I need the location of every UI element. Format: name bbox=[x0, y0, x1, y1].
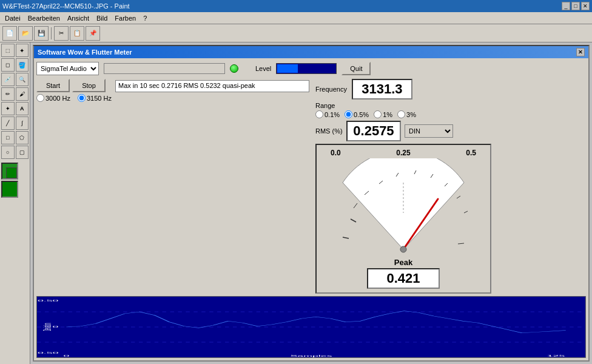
gauge-left-label: 0.0 bbox=[331, 149, 341, 157]
poly-tool[interactable]: ⬠ bbox=[16, 131, 29, 144]
minimize-button[interactable]: _ bbox=[562, 2, 570, 10]
gauge-svg bbox=[331, 158, 476, 255]
status-display: Max in 10 sec 0.2716 RMS 0.5232 quasi-pe… bbox=[115, 80, 309, 92]
radio-3000hz-label: 3000 Hz bbox=[45, 95, 70, 102]
pencil-tool[interactable]: ✏ bbox=[1, 87, 15, 101]
start-stop-buttons: Start Stop bbox=[36, 79, 112, 92]
curve-tool[interactable]: ∫ bbox=[16, 116, 29, 130]
radio-3000hz[interactable]: 3000 Hz bbox=[36, 94, 70, 102]
gauge-center-label: 0.25 bbox=[396, 149, 410, 157]
inner-close-button[interactable]: ✕ bbox=[576, 48, 585, 56]
menu-datei[interactable]: Datei bbox=[1, 13, 24, 23]
body-row: Deviation 0.50 0 -0.50 0 125 Samples bbox=[36, 296, 586, 358]
din-select[interactable]: DIN bbox=[405, 124, 453, 138]
maximize-button[interactable]: □ bbox=[571, 2, 580, 10]
paste-button[interactable]: 📌 bbox=[86, 26, 100, 41]
frequency-row: Frequency 3131.3 bbox=[315, 79, 491, 99]
range-01[interactable]: 0.1% bbox=[315, 110, 340, 118]
round-rect-tool[interactable]: ▢ bbox=[16, 146, 29, 159]
start-button[interactable]: Start bbox=[36, 79, 70, 92]
frequency-display: 3131.3 bbox=[352, 79, 412, 99]
menubar: Datei Bearbeiten Ansicht Bild Farben ? bbox=[0, 12, 592, 24]
svg-text:Deviation: Deviation bbox=[41, 323, 53, 331]
range-label: Range bbox=[315, 102, 491, 109]
menu-farben[interactable]: Farben bbox=[111, 13, 140, 23]
peak-label: Peak bbox=[394, 258, 412, 267]
inner-title: Software Wow & Flutter Meter bbox=[38, 49, 132, 56]
menu-bearbeiten[interactable]: Bearbeiten bbox=[24, 13, 64, 23]
gauge-labels: 0.0 0.25 0.5 bbox=[331, 149, 476, 157]
svg-line-2 bbox=[458, 243, 464, 244]
svg-text:0.50: 0.50 bbox=[38, 300, 59, 302]
inner-window: Software Wow & Flutter Meter ✕ SigmaTel … bbox=[33, 45, 590, 362]
toolbar-divider bbox=[51, 27, 52, 39]
copy-button[interactable]: 📋 bbox=[70, 26, 84, 41]
activity-led bbox=[230, 64, 238, 73]
save-button[interactable]: 💾 bbox=[34, 26, 49, 41]
lasso-tool[interactable]: ✦ bbox=[16, 44, 29, 57]
svg-line-1 bbox=[343, 237, 349, 238]
frequency-label: Frequency bbox=[315, 86, 347, 93]
eraser-tool[interactable]: ◻ bbox=[1, 58, 15, 72]
menu-ansicht[interactable]: Ansicht bbox=[64, 13, 93, 23]
text-tool[interactable]: A bbox=[16, 102, 29, 115]
level-bar bbox=[276, 63, 337, 74]
svg-text:0: 0 bbox=[63, 355, 69, 357]
main-container: ⬚ ✦ ◻ 🪣 💉 🔍 ✏ 🖌 ✦ A ╱ ∫ □ ⬠ ○ ▢ bbox=[0, 42, 592, 364]
toolbar: 📄 📂 💾 ✂ 📋 📌 bbox=[0, 24, 592, 42]
stop-button[interactable]: Stop bbox=[72, 79, 106, 92]
svg-text:-0.50: -0.50 bbox=[37, 352, 59, 355]
svg-line-0 bbox=[351, 219, 356, 222]
svg-point-5 bbox=[400, 246, 406, 252]
range-options: 0.1% 0.5% 1% 3% bbox=[315, 110, 491, 118]
window-titlebar: W&FTest-27April22--MCM510-.JPG - Paint _… bbox=[0, 0, 592, 12]
svg-line-6 bbox=[354, 203, 357, 208]
quit-button[interactable]: Quit bbox=[341, 62, 371, 75]
rect-tool[interactable]: □ bbox=[1, 131, 15, 144]
zoom-tool[interactable]: 🔍 bbox=[16, 73, 29, 86]
new-button[interactable]: 📄 bbox=[2, 26, 17, 41]
level-bar-fill bbox=[277, 64, 298, 73]
cut-button[interactable]: ✂ bbox=[54, 26, 69, 41]
range-section: Range 0.1% 0.5% 1% 3% bbox=[315, 102, 491, 118]
gauge-right-label: 0.5 bbox=[466, 149, 476, 157]
range-1[interactable]: 1% bbox=[374, 110, 392, 118]
airbrush-tool[interactable]: ✦ bbox=[1, 102, 15, 115]
eyedrop-tool[interactable]: 💉 bbox=[1, 73, 15, 86]
menu-bild[interactable]: Bild bbox=[93, 13, 111, 23]
rms-row: RMS (%) 0.2575 DIN bbox=[315, 121, 491, 141]
top-controls-row: SigmaTel Audio Level Quit bbox=[36, 61, 586, 76]
range-3[interactable]: 3% bbox=[397, 110, 416, 118]
controls-row2: Start Stop 3000 Hz 3150 Hz Max in 10 sec… bbox=[36, 79, 586, 294]
close-button[interactable]: ✕ bbox=[581, 2, 590, 10]
start-stop-section: Start Stop 3000 Hz 3150 Hz bbox=[36, 79, 112, 102]
line-tool[interactable]: ╱ bbox=[1, 116, 15, 130]
svg-text:Samples: Samples bbox=[290, 355, 332, 357]
fill-tool[interactable]: 🪣 bbox=[16, 58, 29, 72]
svg-line-14 bbox=[464, 211, 468, 213]
left-toolbox: ⬚ ✦ ◻ 🪣 💉 🔍 ✏ 🖌 ✦ A ╱ ∫ □ ⬠ ○ ▢ bbox=[0, 42, 30, 364]
chart-svg: Deviation 0.50 0 -0.50 0 125 Samples bbox=[37, 297, 585, 357]
gauge-svg-area bbox=[331, 158, 476, 255]
gauge-container: 0.0 0.25 0.5 bbox=[315, 144, 491, 294]
color-swatch-2[interactable] bbox=[1, 181, 18, 198]
ellipse-tool[interactable]: ○ bbox=[1, 146, 15, 159]
range-05[interactable]: 0.5% bbox=[345, 110, 369, 118]
svg-line-13 bbox=[457, 196, 460, 198]
inner-content: SigmaTel Audio Level Quit Start Stop bbox=[34, 58, 588, 360]
peak-value-display: 0.421 bbox=[367, 268, 440, 289]
brush-tool[interactable]: 🖌 bbox=[16, 87, 29, 101]
menu-help[interactable]: ? bbox=[140, 13, 150, 23]
radio-3150hz-label: 3150 Hz bbox=[87, 95, 112, 102]
rms-display: 0.2575 bbox=[346, 121, 401, 141]
rms-label: RMS (%) bbox=[315, 127, 343, 135]
progress-bar bbox=[104, 63, 225, 74]
right-panel: Frequency 3131.3 Range 0.1% 0.5% 1% 3% bbox=[315, 79, 491, 294]
radio-3150hz[interactable]: 3150 Hz bbox=[78, 94, 112, 102]
device-select[interactable]: SigmaTel Audio bbox=[36, 62, 99, 75]
select-tool[interactable]: ⬚ bbox=[1, 44, 15, 57]
level-label: Level bbox=[255, 65, 271, 72]
inner-titlebar: Software Wow & Flutter Meter ✕ bbox=[34, 46, 588, 58]
color-swatch-1[interactable] bbox=[1, 163, 18, 180]
open-button[interactable]: 📂 bbox=[18, 26, 33, 41]
